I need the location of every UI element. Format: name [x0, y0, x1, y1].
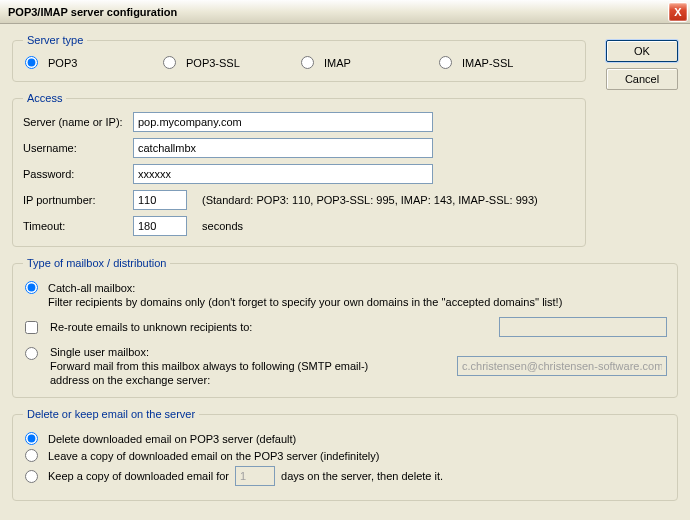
single-user-input[interactable] [457, 356, 667, 376]
cancel-button[interactable]: Cancel [606, 68, 678, 90]
port-input[interactable] [133, 190, 187, 210]
reroute-input[interactable] [499, 317, 667, 337]
close-button[interactable]: X [668, 2, 688, 22]
catchall-radio[interactable] [25, 281, 38, 294]
delete-keep-group: Delete or keep email on the server Delet… [12, 408, 678, 501]
single-user-desc: Forward mail from this mailbox always to… [50, 360, 368, 386]
timeout-unit: seconds [202, 220, 243, 232]
reroute-label[interactable]: Re-route emails to unknown recipients to… [50, 321, 252, 333]
keep-days-input[interactable] [235, 466, 275, 486]
server-type-legend: Server type [23, 34, 87, 46]
timeout-label: Timeout: [23, 220, 133, 232]
username-label: Username: [23, 142, 133, 154]
username-input[interactable] [133, 138, 433, 158]
server-label: Server (name or IP): [23, 116, 133, 128]
keep-days-prefix[interactable]: Keep a copy of downloaded email for [48, 470, 229, 482]
single-user-title[interactable]: Single user mailbox: [50, 346, 149, 358]
delete-label[interactable]: Delete downloaded email on POP3 server (… [48, 433, 296, 445]
timeout-input[interactable] [133, 216, 187, 236]
server-type-pop3ssl-radio[interactable] [163, 56, 176, 69]
port-hint: (Standard: POP3: 110, POP3-SSL: 995, IMA… [202, 194, 538, 206]
mailbox-type-group: Type of mailbox / distribution Catch-all… [12, 257, 678, 398]
server-type-pop3-label[interactable]: POP3 [48, 57, 77, 69]
password-label: Password: [23, 168, 133, 180]
server-type-group: Server type POP3 POP3-SSL IMAP IMAP-SSL [12, 34, 586, 82]
mailbox-type-legend: Type of mailbox / distribution [23, 257, 170, 269]
server-type-imapssl-label[interactable]: IMAP-SSL [462, 57, 513, 69]
server-input[interactable] [133, 112, 433, 132]
access-group: Access Server (name or IP): Username: Pa… [12, 92, 586, 247]
window-title: POP3/IMAP server configuration [8, 6, 668, 18]
titlebar: POP3/IMAP server configuration X [0, 0, 690, 24]
reroute-checkbox[interactable] [25, 321, 38, 334]
dialog-content: OK Cancel Server type POP3 POP3-SSL IMAP… [0, 24, 690, 520]
server-type-imap-label[interactable]: IMAP [324, 57, 351, 69]
ok-button[interactable]: OK [606, 40, 678, 62]
leave-copy-label[interactable]: Leave a copy of downloaded email on the … [48, 450, 379, 462]
leave-copy-radio[interactable] [25, 449, 38, 462]
server-type-imap-radio[interactable] [301, 56, 314, 69]
catchall-desc: Filter recipients by domains only (don't… [48, 296, 562, 308]
password-input[interactable] [133, 164, 433, 184]
side-buttons: OK Cancel [606, 40, 678, 90]
access-legend: Access [23, 92, 66, 104]
delete-radio[interactable] [25, 432, 38, 445]
server-type-pop3-radio[interactable] [25, 56, 38, 69]
single-user-radio[interactable] [25, 347, 38, 360]
catchall-title[interactable]: Catch-all mailbox: [48, 282, 135, 294]
port-label: IP portnumber: [23, 194, 133, 206]
server-type-imapssl-radio[interactable] [439, 56, 452, 69]
keep-days-suffix: days on the server, then delete it. [281, 470, 443, 482]
delete-keep-legend: Delete or keep email on the server [23, 408, 199, 420]
server-type-pop3ssl-label[interactable]: POP3-SSL [186, 57, 240, 69]
keep-days-radio[interactable] [25, 470, 38, 483]
